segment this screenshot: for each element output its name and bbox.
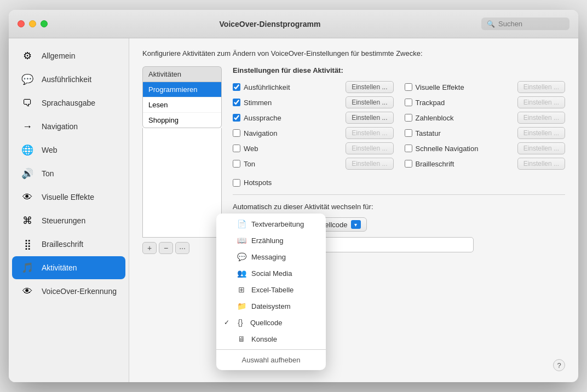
checkbox-brailleschrift[interactable]: [405, 160, 412, 168]
einstellen-btn-schnelle-nav[interactable]: Einstellen ...: [517, 142, 565, 154]
dropdown-item-label: Erzählung: [251, 237, 284, 245]
chevron-down-icon: ▾: [351, 220, 361, 229]
dropdown-item-label: Quellcode: [250, 319, 283, 327]
einstellen-btn-zahlenblock[interactable]: Einstellen ...: [517, 112, 565, 124]
dropdown-item-quellcode[interactable]: ✓ {} Quellcode: [216, 314, 326, 331]
checkbox-label-navigation: Navigation: [244, 129, 342, 137]
dropdown-item-erzählung[interactable]: 📖 Erzählung: [216, 232, 326, 249]
einstellen-btn-ton[interactable]: Einstellen ...: [346, 158, 393, 170]
main-description: Konfiguriere Aktivitäten zum Ändern von …: [142, 49, 565, 57]
maximize-button[interactable]: [41, 20, 48, 27]
checkbox-zahlenblock[interactable]: [405, 114, 412, 122]
sidebar-item-visuelle-effekte[interactable]: 👁 Visuelle Effekte: [12, 186, 125, 209]
checkbox-row-ausfuhrlichkeit: Ausführlichkeit Einstellen ...: [233, 81, 394, 93]
remove-activity-button[interactable]: −: [159, 242, 173, 254]
activities-list-container: Aktivitäten ProgrammierenLesenShopping +…: [142, 66, 222, 258]
sidebar-item-navigation[interactable]: → Navigation: [12, 115, 125, 138]
checkbox-row-schnelle-nav: Schnelle Navigation Einstellen ...: [405, 142, 566, 154]
sidebar-icon-visuelle-effekte: 👁: [20, 189, 35, 205]
activities-layout: Aktivitäten ProgrammierenLesenShopping +…: [142, 66, 565, 258]
einstellen-btn-brailleschrift[interactable]: Einstellen ...: [517, 158, 565, 170]
activity-item[interactable]: Programmieren: [143, 82, 221, 97]
sidebar-item-voiceover-erkennung[interactable]: 👁 VoiceOver-Erkennung: [12, 280, 125, 303]
auto-section-title: Automatisch zu dieser Aktivität wechseln…: [233, 203, 565, 211]
sidebar-icon-steuerungen: ⌘: [20, 213, 35, 228]
dropdown-item-social-media[interactable]: 👥 Social Media: [216, 265, 326, 281]
sidebar-item-ausfuhrlichkeit[interactable]: 💬 Ausführlichkeit: [12, 68, 125, 91]
checkbox-label-stimmen: Stimmen: [244, 99, 342, 107]
sidebar-label-visuelle-effekte: Visuelle Effekte: [42, 193, 94, 201]
sidebar-item-aktivitaten[interactable]: 🎵 Aktivitäten: [12, 256, 125, 279]
more-activity-button[interactable]: ···: [175, 242, 189, 254]
search-input[interactable]: [498, 20, 564, 28]
hotspots-label: Hotspots: [244, 178, 565, 187]
einstellen-btn-trackpad[interactable]: Einstellen ...: [517, 96, 565, 108]
checkbox-row-brailleschrift: Brailleschrift Einstellen ...: [405, 158, 566, 170]
checkbox-label-trackpad: Trackpad: [416, 99, 514, 107]
sidebar-icon-sprachausgabe: 🗨: [20, 95, 35, 111]
checkbox-aussprache[interactable]: [233, 114, 240, 122]
checkbox-label-ton: Ton: [244, 160, 342, 168]
sidebar-item-sprachausgabe[interactable]: 🗨 Sprachausgabe: [12, 91, 125, 114]
einstellen-btn-stimmen[interactable]: Einstellen ...: [346, 96, 393, 108]
sidebar-icon-ton: 🔊: [20, 166, 35, 181]
checkbox-ton[interactable]: [233, 160, 240, 168]
dropdown-item-textverarbeitung[interactable]: 📄 Textverarbeitung: [216, 216, 326, 232]
search-box[interactable]: 🔍: [481, 18, 569, 30]
checkbox-row-visuelle-effekte: Visuelle Effekte Einstellen ...: [405, 81, 566, 93]
checkmark-icon: ✓: [224, 319, 229, 326]
dropdown-separator: [216, 349, 326, 350]
checkbox-label-brailleschrift: Brailleschrift: [416, 160, 514, 168]
checkbox-navigation[interactable]: [233, 129, 240, 137]
einstellen-btn-ausfuhrlichkeit[interactable]: Einstellen ...: [346, 81, 393, 93]
checkbox-schnelle-nav[interactable]: [405, 145, 412, 152]
dropdown-item-dateisystem[interactable]: 📁 Dateisystem: [216, 298, 326, 314]
einstellen-btn-navigation[interactable]: Einstellen ...: [346, 127, 393, 139]
checkbox-label-tastatur: Tastatur: [416, 129, 514, 137]
sidebar-item-steuerungen[interactable]: ⌘ Steuerungen: [12, 209, 125, 232]
checkbox-row-zahlenblock: Zahlenblock Einstellen ...: [405, 112, 566, 124]
checkbox-tastatur[interactable]: [405, 129, 412, 137]
dropdown-item-konsole[interactable]: 🖥 Konsole: [216, 331, 326, 347]
dropdown-item-icon: 📄: [237, 220, 246, 228]
sidebar-icon-voiceover-erkennung: 👁: [20, 284, 35, 299]
activities-list-header: Aktivitäten: [142, 66, 222, 82]
dropdown-item-label: Social Media: [251, 269, 292, 278]
close-button[interactable]: [18, 20, 25, 27]
add-activity-button[interactable]: +: [142, 242, 157, 254]
dropdown-item-excel-tabelle[interactable]: ⊞ Excel-Tabelle: [216, 281, 326, 298]
settings-title: Einstellungen für diese Aktivität:: [233, 66, 565, 74]
dropdown-menu: 📄 Textverarbeitung 📖 Erzählung 💬 Messagi…: [216, 214, 326, 370]
checkbox-ausfuhrlichkeit[interactable]: [233, 83, 240, 91]
sidebar-item-brailleschrift[interactable]: ⣿ Brailleschrift: [12, 233, 125, 256]
einstellen-btn-tastatur[interactable]: Einstellen ...: [517, 127, 565, 139]
deselect-button[interactable]: Auswahl aufheben: [216, 352, 326, 368]
hotspots-checkbox[interactable]: [233, 179, 240, 187]
checkbox-label-aussprache: Aussprache: [244, 114, 342, 122]
sidebar-label-allgemein: Allgemein: [42, 51, 75, 60]
sidebar-icon-ausfuhrlichkeit: 💬: [20, 72, 35, 87]
einstellen-btn-visuelle-effekte[interactable]: Einstellen ...: [517, 81, 565, 93]
help-button[interactable]: ?: [553, 359, 565, 371]
checkbox-label-zahlenblock: Zahlenblock: [416, 114, 514, 122]
sidebar-item-web[interactable]: 🌐 Web: [12, 139, 125, 162]
einstellen-btn-aussprache[interactable]: Einstellen ...: [346, 112, 393, 124]
sidebar-label-sprachausgabe: Sprachausgabe: [42, 99, 95, 107]
dropdown-item-icon: {}: [236, 318, 245, 327]
activity-item[interactable]: Lesen: [143, 97, 221, 113]
checkbox-visuelle-effekte[interactable]: [405, 83, 412, 91]
sidebar-label-brailleschrift: Brailleschrift: [42, 240, 83, 249]
dropdown-item-messaging[interactable]: 💬 Messaging: [216, 249, 326, 265]
activities-list-empty: [142, 128, 222, 238]
checkbox-trackpad[interactable]: [405, 99, 412, 106]
minimize-button[interactable]: [29, 20, 36, 27]
sidebar-item-ton[interactable]: 🔊 Ton: [12, 162, 125, 185]
main-panel: Konfiguriere Aktivitäten zum Ändern von …: [129, 38, 578, 382]
sidebar-label-ton: Ton: [42, 169, 54, 178]
activity-item[interactable]: Shopping: [143, 113, 221, 128]
checkbox-web[interactable]: [233, 145, 240, 152]
einstellen-btn-web[interactable]: Einstellen ...: [346, 142, 393, 154]
apps-input[interactable]: [309, 237, 474, 252]
checkbox-stimmen[interactable]: [233, 99, 240, 106]
sidebar-item-allgemein[interactable]: ⚙ Allgemein: [12, 44, 125, 67]
